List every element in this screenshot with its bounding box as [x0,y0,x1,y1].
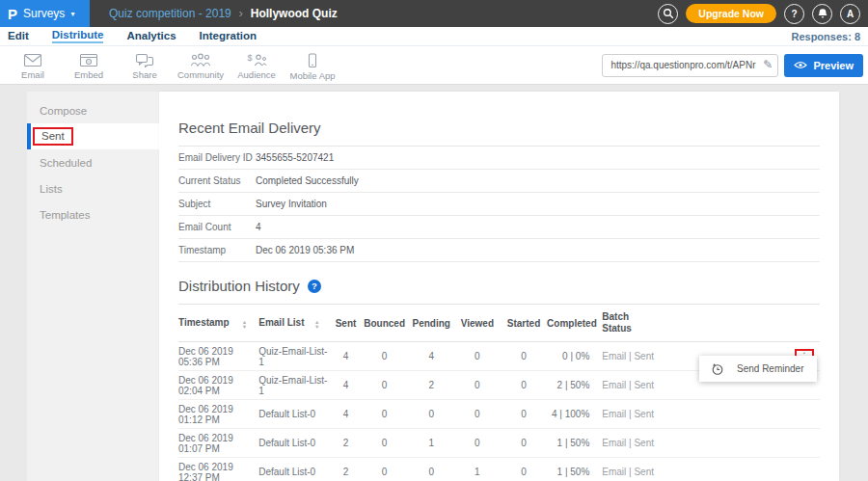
survey-url-input[interactable] [602,54,778,77]
svg-text:$: $ [248,53,253,63]
col-timestamp-label: Timestamp [178,317,230,328]
delivery-label: Email Delivery ID [178,152,256,163]
tab-distribute[interactable]: Distribute [52,29,104,43]
email-icon [23,53,42,67]
col-email-list[interactable]: Email List ▲▼ [258,305,331,342]
delivery-value: Dec 06 2019 05:36 PM [256,245,354,255]
channel-embed[interactable]: Embed [66,50,112,81]
mobile-app-icon [307,53,318,68]
bell-icon [817,8,828,19]
recent-delivery-title: Recent Email Delivery [178,120,820,136]
survey-url-box: ✎ [602,54,778,77]
channel-mobile-app[interactable]: Mobile App [289,50,336,81]
delivery-label: Email Count [178,222,256,232]
history-row: Dec 06 2019 12:37 PM Default List-0 2 0 … [178,458,820,481]
col-batch-status: Batch Status [602,305,660,342]
breadcrumb-separator: › [239,7,243,20]
sent-annotation-red-box: Sent [33,127,73,146]
embed-icon [79,53,98,67]
history-header-row: Timestamp ▲▼ Email List ▲▼ Sent Bounced … [178,305,820,342]
delivery-label: Current Status [178,175,256,186]
edit-url-icon[interactable]: ✎ [763,58,773,71]
channel-mobile-app-label: Mobile App [290,70,336,81]
distribution-channels: Email Embed Share [10,50,336,81]
tab-integration[interactable]: Integration [200,30,257,42]
questionpro-logo-icon: P [8,7,17,21]
channel-community-label: Community [177,69,224,80]
delivery-row: Email Count 4 [178,216,820,239]
survey-nav: Edit Distribute Analytics Integration Re… [0,27,868,46]
preview-button[interactable]: Preview [784,54,863,77]
row-context-menu: Send Reminder [699,356,817,382]
delivery-value: Completed Successfully [256,175,359,186]
distribution-history-title: Distribution History ? [178,278,820,294]
breadcrumb-survey-title: Hollywood Quiz [251,7,338,20]
sidebar-item-sent-label: Sent [41,130,65,142]
breadcrumb-folder[interactable]: Quiz competition - 2019 [109,7,231,20]
sort-timestamp-icon[interactable]: ▲▼ [242,320,247,329]
sidebar-item-templates[interactable]: Templates [27,201,159,227]
channel-share-label: Share [132,69,156,80]
notifications-button[interactable] [812,4,832,24]
delivery-label: Subject [178,199,256,209]
share-icon [135,53,154,67]
eye-icon [794,61,807,69]
avatar[interactable]: A [840,4,860,24]
col-sent: Sent [331,305,360,342]
channel-audience[interactable]: $ Audience [233,50,280,81]
col-started: Started [501,305,547,342]
upgrade-now-button[interactable]: Upgrade Now [686,4,776,23]
breadcrumb: Quiz competition - 2019 › Hollywood Quiz [109,7,338,20]
delivery-value: 4 [256,222,261,232]
questionpro-app: P Surveys ▾ Quiz competition - 2019 › Ho… [0,0,868,481]
preview-button-label: Preview [813,60,854,71]
search-button[interactable] [658,4,678,24]
history-row: Dec 06 2019 01:12 PM Default List-0 4 0 … [178,400,820,429]
chevron-down-icon: ▾ [70,10,74,18]
help-button[interactable]: ? [784,4,804,24]
send-reminder-icon [711,362,724,376]
distribution-history-table: Timestamp ▲▼ Email List ▲▼ Sent Bounced … [178,304,820,481]
col-completed: Completed [547,305,602,342]
toolbar-right: ✎ Preview [602,54,863,77]
surveys-menu[interactable]: P Surveys ▾ [0,0,90,27]
sidebar-item-compose[interactable]: Compose [27,97,159,123]
delivery-row: Current Status Completed Successfully [178,170,820,193]
community-icon [190,53,211,67]
recent-delivery-table: Email Delivery ID 3455655-5207421 Curren… [178,146,820,262]
col-viewed: Viewed [454,305,501,342]
channel-embed-label: Embed [74,69,103,80]
history-help-icon[interactable]: ? [308,280,321,293]
delivery-row: Subject Survey Invitation [178,193,820,216]
delivery-row: Email Delivery ID 3455655-5207421 [178,147,820,170]
col-pending: Pending [409,305,454,342]
sidebar-item-lists[interactable]: Lists [27,175,159,201]
email-sidebar: Compose Sent Scheduled Lists Templates [27,92,159,481]
channel-share[interactable]: Share [122,50,168,81]
col-bounced: Bounced [361,305,409,342]
col-timestamp[interactable]: Timestamp ▲▼ [178,305,258,342]
tab-edit[interactable]: Edit [8,30,29,42]
distribute-toolbar: Email Embed Share [0,46,868,85]
tab-analytics[interactable]: Analytics [126,30,176,42]
surveys-menu-label: Surveys [23,7,65,20]
channel-community[interactable]: Community [177,50,224,81]
col-actions [660,305,820,342]
channel-email-label: Email [21,69,44,80]
channel-email[interactable]: Email [10,50,56,81]
sidebar-item-scheduled[interactable]: Scheduled [27,149,159,175]
search-icon [663,8,674,19]
sidebar-item-sent[interactable]: Sent [27,123,159,149]
history-row: Dec 06 2019 01:07 PM Default List-0 2 0 … [178,429,820,458]
delivery-label: Timestamp [178,245,256,255]
delivery-row: Timestamp Dec 06 2019 05:36 PM [178,239,820,262]
send-reminder-menu-item[interactable]: Send Reminder [737,363,803,374]
delivery-value: Survey Invitation [256,199,327,209]
col-email-list-label: Email List [258,317,304,328]
sort-email-list-icon[interactable]: ▲▼ [314,320,319,329]
delivery-value: 3455655-5207421 [256,152,334,163]
sent-panel: Recent Email Delivery Email Delivery ID … [159,92,839,481]
distribution-history-title-text: Distribution History [178,278,300,294]
responses-count-link[interactable]: Responses: 8 [791,31,860,42]
header-actions: Upgrade Now ? A [658,4,868,24]
